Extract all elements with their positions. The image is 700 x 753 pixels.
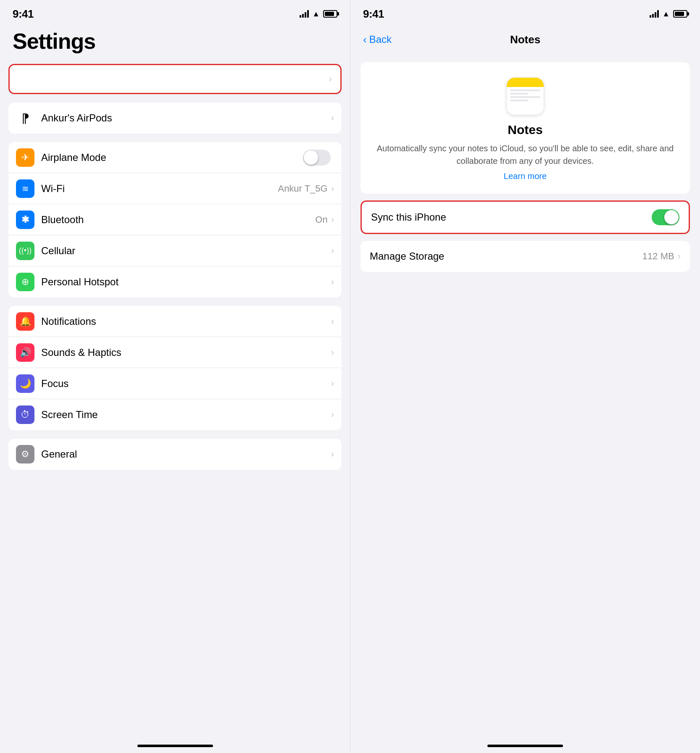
wifi-settings-icon: ≋ — [16, 179, 34, 198]
right-signal-icon — [650, 10, 659, 18]
sync-row[interactable]: Sync this iPhone — [362, 202, 689, 233]
cellular-row[interactable]: ((•)) Cellular › — [8, 235, 342, 266]
bluetooth-label: Bluetooth — [41, 214, 315, 226]
right-panel: 9:41 ▲ ‹ Back Notes — [350, 0, 700, 753]
airpods-icon: ⁋ — [16, 109, 34, 127]
right-status-time: 9:41 — [363, 8, 384, 21]
signal-icon — [300, 10, 309, 18]
bluetooth-value: On — [315, 214, 327, 225]
notifications-row[interactable]: 🔔 Notifications › — [8, 306, 342, 337]
right-battery-icon — [673, 10, 687, 18]
screentime-label: Screen Time — [41, 409, 331, 421]
general-label: General — [41, 448, 331, 460]
notes-description: Automatically sync your notes to iCloud,… — [373, 142, 677, 167]
search-box[interactable]: › — [8, 64, 342, 94]
sounds-label: Sounds & Haptics — [41, 347, 331, 358]
back-chevron-icon: ‹ — [363, 33, 367, 46]
focus-icon: 🌙 — [16, 374, 34, 393]
wifi-chevron-icon: › — [331, 183, 334, 194]
focus-label: Focus — [41, 378, 331, 390]
wifi-row[interactable]: ≋ Wi-Fi Ankur T_5G › — [8, 173, 342, 204]
page-title: Settings — [0, 25, 350, 64]
airpods-chevron-icon: › — [331, 113, 334, 124]
right-home-indicator — [487, 745, 563, 747]
bluetooth-chevron-icon: › — [331, 214, 334, 225]
sync-row-container: Sync this iPhone — [361, 200, 690, 234]
storage-group: Manage Storage 112 MB › — [361, 241, 690, 272]
left-status-icons: ▲ — [300, 10, 337, 18]
storage-value: 112 MB — [642, 251, 674, 262]
nav-title: Notes — [510, 33, 540, 46]
back-label: Back — [369, 34, 392, 45]
sounds-icon: 🔊 — [16, 343, 34, 362]
notes-content: Notes Automatically sync your notes to i… — [350, 54, 700, 753]
screentime-row[interactable]: ⏱ Screen Time › — [8, 399, 342, 430]
notifications-chevron-icon: › — [331, 316, 334, 327]
focus-row[interactable]: 🌙 Focus › — [8, 368, 342, 399]
left-status-time: 9:41 — [13, 8, 34, 21]
airplane-mode-toggle[interactable] — [303, 150, 331, 166]
sync-label: Sync this iPhone — [371, 211, 652, 223]
focus-chevron-icon: › — [331, 378, 334, 389]
wifi-value: Ankur T_5G — [278, 183, 327, 194]
network-group: ✈ Airplane Mode ≋ Wi-Fi Ankur T_5G › ✱ B… — [8, 142, 342, 298]
airplane-mode-icon: ✈ — [16, 148, 34, 167]
general-chevron-icon: › — [331, 449, 334, 460]
wifi-label: Wi-Fi — [41, 183, 278, 195]
manage-storage-row[interactable]: Manage Storage 112 MB › — [361, 241, 690, 272]
wifi-icon: ▲ — [312, 10, 320, 18]
notes-app-icon — [506, 77, 544, 115]
screentime-chevron-icon: › — [331, 409, 334, 420]
storage-chevron-icon: › — [678, 251, 681, 262]
notifications-icon: 🔔 — [16, 312, 34, 331]
search-chevron-icon: › — [329, 74, 332, 84]
general-icon: ⚙ — [16, 445, 34, 463]
airpods-label: Ankur's AirPods — [41, 112, 331, 124]
learn-more-link[interactable]: Learn more — [504, 171, 547, 181]
airpods-row[interactable]: ⁋ Ankur's AirPods › — [8, 103, 342, 134]
bluetooth-icon: ✱ — [16, 211, 34, 229]
notifications-label: Notifications — [41, 316, 331, 327]
manage-storage-label: Manage Storage — [370, 250, 642, 262]
general-group: ⚙ General › — [8, 439, 342, 470]
hotspot-chevron-icon: › — [331, 276, 334, 287]
hotspot-label: Personal Hotspot — [41, 276, 331, 288]
system-group: 🔔 Notifications › 🔊 Sounds & Haptics › 🌙… — [8, 306, 342, 430]
battery-icon — [323, 10, 337, 18]
cellular-label: Cellular — [41, 245, 331, 257]
right-status-bar: 9:41 ▲ — [350, 0, 700, 25]
left-status-bar: 9:41 ▲ — [0, 0, 350, 25]
right-wifi-icon: ▲ — [662, 10, 670, 18]
screentime-icon: ⏱ — [16, 405, 34, 424]
airplane-mode-row[interactable]: ✈ Airplane Mode — [8, 142, 342, 173]
nav-bar: ‹ Back Notes — [350, 25, 700, 54]
airpods-group: ⁋ Ankur's AirPods › — [8, 103, 342, 134]
cellular-icon: ((•)) — [16, 242, 34, 260]
toggle-knob — [664, 210, 679, 224]
left-panel: 9:41 ▲ Settings › ⁋ Ankur's AirPods › — [0, 0, 350, 753]
bluetooth-row[interactable]: ✱ Bluetooth On › — [8, 204, 342, 235]
cellular-chevron-icon: › — [331, 245, 334, 256]
hotspot-icon: ⊕ — [16, 273, 34, 291]
sounds-row[interactable]: 🔊 Sounds & Haptics › — [8, 337, 342, 368]
right-status-icons: ▲ — [650, 10, 687, 18]
hotspot-row[interactable]: ⊕ Personal Hotspot › — [8, 266, 342, 298]
back-button[interactable]: ‹ Back — [363, 33, 392, 46]
sounds-chevron-icon: › — [331, 347, 334, 358]
notes-header-card: Notes Automatically sync your notes to i… — [361, 62, 690, 194]
sync-toggle[interactable] — [652, 209, 679, 225]
airplane-mode-label: Airplane Mode — [41, 152, 303, 163]
home-indicator — [137, 745, 213, 747]
notes-app-title: Notes — [508, 123, 542, 137]
general-row[interactable]: ⚙ General › — [8, 439, 342, 470]
